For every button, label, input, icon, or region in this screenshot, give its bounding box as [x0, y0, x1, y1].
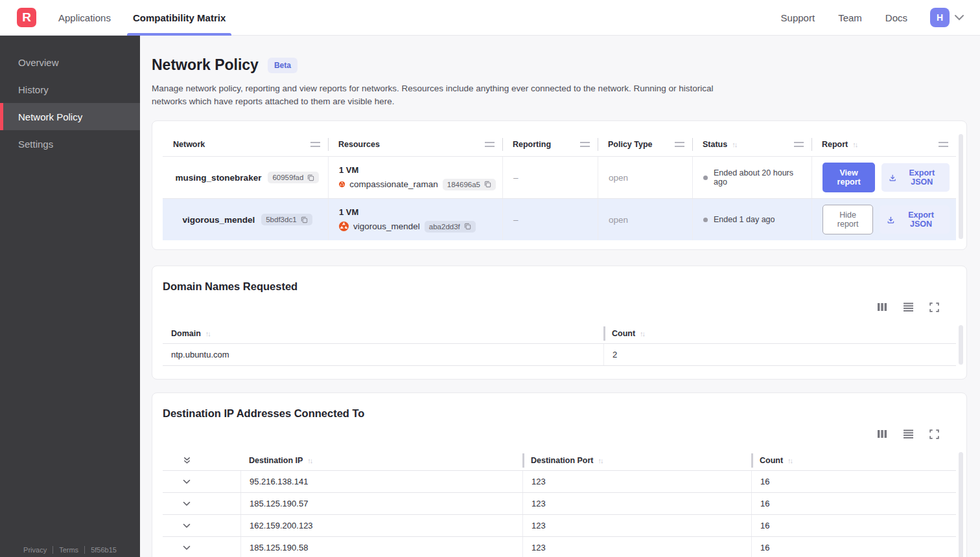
resources-cell: 1 VM compassionate_raman 184696a5 [328, 157, 502, 198]
view-report-button[interactable]: View report [822, 163, 875, 192]
page-title: Network Policy [152, 56, 259, 74]
column-resize-handle[interactable] [310, 142, 320, 147]
domain-table-header: Domain Count [163, 324, 956, 343]
count-cell: 16 [751, 537, 956, 557]
column-header-resources[interactable]: Resources [328, 133, 502, 156]
column-header-reporting[interactable]: Reporting [502, 133, 598, 156]
sort-icon[interactable] [205, 330, 210, 337]
app-logo[interactable]: R [17, 8, 36, 27]
card-title: Destination IP Addresses Connected To [163, 407, 956, 420]
destination-port-cell: 123 [522, 471, 751, 492]
sort-icon[interactable] [852, 141, 857, 148]
vm-count: 1 VM [339, 165, 496, 175]
sidebar: Overview History Network Policy Settings… [0, 36, 140, 557]
terms-link[interactable]: Terms [59, 546, 78, 554]
export-json-button[interactable]: Export JSON [880, 205, 950, 234]
destination-port-cell: 123 [522, 515, 751, 536]
topnav-right: Support Team Docs H [769, 8, 964, 27]
sidebar-footer: Privacy Terms 5f56b15 [0, 546, 140, 554]
table-scrollbar[interactable] [959, 134, 963, 239]
table-scrollbar[interactable] [959, 452, 963, 557]
copy-icon[interactable] [307, 174, 314, 181]
expand-all-icon[interactable] [163, 451, 240, 470]
sort-icon[interactable] [598, 457, 603, 464]
chevron-down-icon[interactable] [954, 14, 964, 21]
status-text: Ended about 20 hours ago [714, 168, 805, 187]
columns-icon[interactable] [877, 429, 887, 439]
build-version: 5f56b15 [91, 546, 117, 554]
column-header-destination-port[interactable]: Destination Port [522, 451, 751, 470]
policy-type-cell: open [598, 199, 692, 240]
download-icon [889, 174, 896, 182]
row-expand-chevron-icon[interactable] [163, 537, 240, 557]
column-header-domain[interactable]: Domain [163, 324, 603, 343]
network-cell: musing_stonebraker 60959fad [163, 157, 328, 198]
rows-icon[interactable] [903, 429, 914, 439]
row-expand-chevron-icon[interactable] [163, 493, 240, 514]
resource-name: compassionate_raman [349, 179, 438, 189]
nav-tab-compatibility-matrix[interactable]: Compatibility Matrix [122, 0, 237, 36]
sidebar-item-overview[interactable]: Overview [0, 49, 140, 76]
copy-icon[interactable] [484, 181, 491, 188]
top-navbar: R Applications Compatibility Matrix Supp… [0, 0, 980, 36]
status-dot-icon [703, 218, 708, 222]
privacy-link[interactable]: Privacy [23, 546, 47, 554]
status-dot-icon [703, 176, 708, 180]
column-header-network[interactable]: Network [163, 133, 328, 156]
sidebar-item-settings[interactable]: Settings [0, 130, 140, 157]
column-header-count[interactable]: Count [751, 451, 956, 470]
sidebar-item-network-policy[interactable]: Network Policy [0, 103, 140, 130]
table-row: vigorous_mendel 5bdf3dc1 1 VM vigorous_m… [163, 198, 956, 240]
column-resize-handle[interactable] [939, 142, 948, 147]
nav-link-support[interactable]: Support [769, 12, 827, 23]
divider [84, 546, 85, 554]
column-header-report[interactable]: Report [811, 133, 956, 156]
policy-type-cell: open [598, 157, 692, 198]
fullscreen-icon[interactable] [929, 302, 939, 312]
resources-cell: 1 VM vigorous_mendel aba2dd3f [328, 199, 502, 240]
column-resize-handle[interactable] [580, 142, 590, 147]
column-resize-handle[interactable] [675, 142, 684, 147]
column-header-count[interactable]: Count [603, 324, 956, 343]
hide-report-button[interactable]: Hide report [822, 205, 873, 234]
column-resize-handle[interactable] [485, 142, 495, 147]
destination-ip-cell: 162.159.200.123 [240, 515, 522, 536]
sort-icon[interactable] [732, 141, 736, 148]
reporting-cell: – [502, 199, 598, 240]
export-json-button[interactable]: Export JSON [881, 163, 950, 192]
resource-name: vigorous_mendel [353, 222, 420, 231]
fullscreen-icon[interactable] [929, 429, 939, 439]
copy-icon[interactable] [301, 216, 308, 223]
sort-icon[interactable] [788, 457, 792, 464]
ubuntu-icon [339, 222, 349, 231]
sidebar-item-history[interactable]: History [0, 76, 140, 103]
columns-icon[interactable] [877, 302, 887, 312]
table-row: 185.125.190.58 123 16 [163, 536, 956, 557]
vm-count: 1 VM [339, 207, 496, 217]
column-header-policy-type[interactable]: Policy Type [598, 133, 692, 156]
row-expand-chevron-icon[interactable] [163, 515, 240, 536]
divider [52, 546, 53, 554]
report-cell: Hide report Export JSON [811, 199, 956, 240]
sort-icon[interactable] [640, 330, 644, 337]
column-resize-handle[interactable] [794, 142, 804, 147]
nav-link-team[interactable]: Team [826, 12, 874, 23]
copy-icon[interactable] [464, 223, 471, 230]
column-header-status[interactable]: Status [692, 133, 811, 156]
table-row: 185.125.190.57 123 16 [163, 492, 956, 514]
sort-icon[interactable] [307, 457, 312, 464]
status-text: Ended 1 day ago [714, 215, 775, 224]
destination-ip-cell: 185.125.190.58 [240, 537, 522, 557]
network-id-badge: 5bdf3dc1 [261, 214, 312, 225]
table-toolbar [163, 426, 939, 442]
nav-tab-applications[interactable]: Applications [47, 0, 122, 36]
row-expand-chevron-icon[interactable] [163, 471, 240, 492]
page-description: Manage network policy, reporting and vie… [152, 82, 719, 108]
user-avatar[interactable]: H [930, 8, 950, 27]
nav-link-docs[interactable]: Docs [874, 12, 919, 23]
rows-icon[interactable] [903, 302, 914, 312]
network-name: vigorous_mendel [182, 215, 255, 225]
ubuntu-icon [339, 179, 345, 189]
column-header-destination-ip[interactable]: Destination IP [240, 451, 522, 470]
table-scrollbar[interactable] [959, 325, 963, 365]
